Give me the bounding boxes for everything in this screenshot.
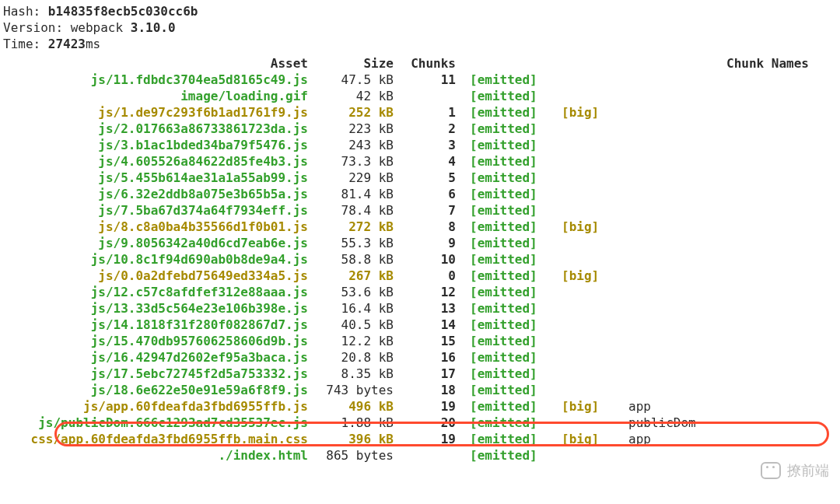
- asset-chunks: 19: [401, 398, 464, 415]
- emitted-badge: [emitted]: [464, 251, 557, 268]
- hash-value: b14835f8ecb5c030cc6b: [48, 4, 198, 19]
- asset-size: 396 kB: [314, 431, 401, 447]
- asset-name: js/8.c8a0ba4b35566d1f0b01.js: [3, 219, 314, 235]
- asset-size: 252 kB: [314, 104, 401, 121]
- table-row: js/8.c8a0ba4b35566d1f0b01.js272 kB8[emit…: [3, 219, 840, 235]
- asset-size: 40.5 kB: [314, 317, 401, 333]
- asset-chunks: 4: [401, 153, 464, 170]
- asset-name: js/12.c57c8afdfef312e88aaa.js: [3, 284, 314, 300]
- asset-chunks: 10: [401, 251, 464, 268]
- asset-size: 496 kB: [314, 398, 401, 415]
- asset-chunks: 13: [401, 300, 464, 317]
- asset-name: js/6.32e2ddb8a075e3b65b5a.js: [3, 186, 314, 202]
- emitted-badge: [emitted]: [464, 202, 557, 219]
- table-row: js/0.0a2dfebd75649ed334a5.js267 kB0[emit…: [3, 268, 840, 284]
- asset-size: 8.35 kB: [314, 366, 401, 382]
- emitted-badge: [emitted]: [464, 366, 557, 382]
- chunk-names: app: [619, 431, 840, 447]
- time-value: 27423: [48, 37, 86, 51]
- asset-size: 865 bytes: [314, 447, 401, 464]
- asset-chunks: 9: [401, 235, 464, 251]
- emitted-badge: [emitted]: [464, 104, 557, 121]
- table-row: js/3.b1ac1bded34ba79f5476.js243 kB3[emit…: [3, 137, 840, 153]
- emitted-badge: [emitted]: [464, 121, 557, 137]
- hdr-asset: Asset: [3, 55, 314, 72]
- asset-size: 73.3 kB: [314, 153, 401, 170]
- hash-line: Hash: b14835f8ecb5c030cc6b: [3, 3, 840, 19]
- asset-chunks: 11: [401, 72, 464, 88]
- asset-name: js/4.605526a84622d85fe4b3.js: [3, 153, 314, 170]
- asset-chunks: 0: [401, 268, 464, 284]
- asset-chunks: 14: [401, 317, 464, 333]
- table-row: image/loading.gif42 kB[emitted]: [3, 88, 840, 104]
- emitted-badge: [emitted]: [464, 137, 557, 153]
- table-row: js/11.fdbdc3704ea5d8165c49.js47.5 kB11[e…: [3, 72, 840, 88]
- table-row: js/9.8056342a40d6cd7eab6e.js55.3 kB9[emi…: [3, 235, 840, 251]
- assets-table: Asset Size Chunks Chunk Names js/11.fdbd…: [3, 55, 840, 464]
- asset-size: 12.2 kB: [314, 333, 401, 349]
- table-row: js/6.32e2ddb8a075e3b65b5a.js81.4 kB6[emi…: [3, 186, 840, 202]
- asset-name: js/17.5ebc72745f2d5a753332.js: [3, 366, 314, 382]
- asset-size: 16.4 kB: [314, 300, 401, 317]
- asset-size: 243 kB: [314, 137, 401, 153]
- table-row: js/14.1818f31f280f082867d7.js40.5 kB14[e…: [3, 317, 840, 333]
- emitted-badge: [emitted]: [464, 88, 557, 104]
- asset-size: 55.3 kB: [314, 235, 401, 251]
- asset-size: 42 kB: [314, 88, 401, 104]
- asset-chunks: 16: [401, 349, 464, 366]
- asset-name: js/2.017663a86733861723da.js: [3, 121, 314, 137]
- table-row: js/7.5ba67d374a64f7934eff.js78.4 kB7[emi…: [3, 202, 840, 219]
- emitted-badge: [emitted]: [464, 398, 557, 415]
- asset-name: js/15.470db957606258606d9b.js: [3, 333, 314, 349]
- chunk-names: publicDom: [619, 415, 840, 431]
- asset-chunks: 17: [401, 366, 464, 382]
- table-row: css/app.60fdeafda3fbd6955ffb.main.css396…: [3, 431, 840, 447]
- asset-size: 272 kB: [314, 219, 401, 235]
- hdr-size: Size: [314, 55, 401, 72]
- table-row: js/17.5ebc72745f2d5a753332.js8.35 kB17[e…: [3, 366, 840, 382]
- asset-chunks: 18: [401, 382, 464, 398]
- asset-name: js/13.33d5c564e23e106b398e.js: [3, 300, 314, 317]
- table-row: js/publicDom.666c1293ad7cd35537ec.js1.88…: [3, 415, 840, 431]
- big-badge: [big]: [557, 268, 619, 284]
- emitted-badge: [emitted]: [464, 349, 557, 366]
- emitted-badge: [emitted]: [464, 447, 557, 464]
- table-row: js/2.017663a86733861723da.js223 kB2[emit…: [3, 121, 840, 137]
- asset-chunks: 1: [401, 104, 464, 121]
- emitted-badge: [emitted]: [464, 219, 557, 235]
- emitted-badge: [emitted]: [464, 170, 557, 186]
- version-line: Version: webpack 3.10.0: [3, 19, 840, 36]
- emitted-badge: [emitted]: [464, 235, 557, 251]
- asset-name: ./index.html: [3, 447, 314, 464]
- table-row: js/5.455b614ae31a1a55ab99.js229 kB5[emit…: [3, 170, 840, 186]
- table-row: js/4.605526a84622d85fe4b3.js73.3 kB4[emi…: [3, 153, 840, 170]
- asset-size: 81.4 kB: [314, 186, 401, 202]
- emitted-badge: [emitted]: [464, 153, 557, 170]
- table-header: Asset Size Chunks Chunk Names: [3, 55, 840, 72]
- table-row: js/12.c57c8afdfef312e88aaa.js53.6 kB12[e…: [3, 284, 840, 300]
- asset-name: js/7.5ba67d374a64f7934eff.js: [3, 202, 314, 219]
- big-badge: [big]: [557, 398, 619, 415]
- emitted-badge: [emitted]: [464, 72, 557, 88]
- chunk-names: app: [619, 398, 840, 415]
- asset-chunks: 12: [401, 284, 464, 300]
- asset-chunks: 5: [401, 170, 464, 186]
- asset-chunks: 20: [401, 415, 464, 431]
- asset-name: js/9.8056342a40d6cd7eab6e.js: [3, 235, 314, 251]
- emitted-badge: [emitted]: [464, 268, 557, 284]
- asset-size: 1.88 kB: [314, 415, 401, 431]
- asset-chunks: 7: [401, 202, 464, 219]
- big-badge: [big]: [557, 431, 619, 447]
- emitted-badge: [emitted]: [464, 300, 557, 317]
- watermark: 撩前端: [761, 462, 829, 479]
- emitted-badge: [emitted]: [464, 431, 557, 447]
- asset-name: js/1.de97c293f6b1ad1761f9.js: [3, 104, 314, 121]
- table-row: ./index.html865 bytes[emitted]: [3, 447, 840, 464]
- asset-name: js/0.0a2dfebd75649ed334a5.js: [3, 268, 314, 284]
- asset-size: 58.8 kB: [314, 251, 401, 268]
- asset-size: 47.5 kB: [314, 72, 401, 88]
- time-line: Time: 27423ms: [3, 36, 840, 52]
- asset-name: js/3.b1ac1bded34ba79f5476.js: [3, 137, 314, 153]
- asset-name: css/app.60fdeafda3fbd6955ffb.main.css: [3, 431, 314, 447]
- emitted-badge: [emitted]: [464, 284, 557, 300]
